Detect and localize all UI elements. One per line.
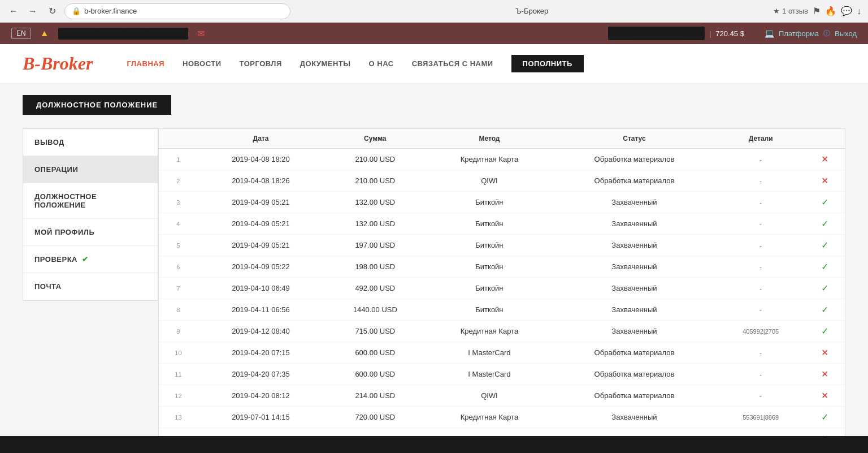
check-icon: ✓ [821,412,828,422]
row-status: Обработка материалов [552,170,716,192]
info-icon: ⓘ [823,29,830,38]
row-details: - [717,278,805,299]
row-status: Обработка материалов [552,342,716,364]
sidebar-item-operations[interactable]: ОПЕРАЦИИ [23,156,158,183]
download-icon: ↓ [857,6,861,16]
x-icon: ✕ [821,154,828,164]
col-method: Метод [426,129,552,149]
row-amount: 197.00 USD [324,235,426,256]
refresh-button[interactable]: ↻ [45,5,59,18]
sidebar-item-mail[interactable]: ПОЧТА [23,273,158,300]
row-method: Биткойн [426,278,552,299]
check-icon: ✓ [821,262,828,271]
table-row: 9 2019-04-12 08:40 715.00 USD Кредитная … [159,321,845,342]
row-status: Обработка материалов [552,364,716,385]
row-icon: ✓ [805,407,845,428]
row-details: - [717,213,805,235]
row-details: - [717,364,805,385]
x-icon: ✕ [821,391,828,400]
top-bar: EN ▲ ████████████ ✉ ████████ | 720.45 $ … [0,23,868,44]
row-amount: 210.00 USD [324,170,426,192]
row-details: - [717,235,805,256]
nav-link-about[interactable]: О НАС [369,59,394,68]
sidebar-item-position[interactable]: ДОЛЖНОСТНОЕ ПОЛОЖЕНИЕ [23,183,158,219]
logo: B-Broker [23,53,93,74]
review-text: ★ 1 отзыв [773,7,808,15]
col-date: Дата [198,129,324,149]
nav-link-contact[interactable]: СВЯЗАТЬСЯ С НАМИ [412,59,493,68]
row-status: Захваченный [552,321,716,342]
row-date: 2019-04-08 18:26 [198,170,324,192]
row-date: 2019-04-08 18:20 [198,149,324,170]
sidebar: ВЫВОД ОПЕРАЦИИ ДОЛЖНОСТНОЕ ПОЛОЖЕНИЕ МОЙ… [23,128,158,301]
chat-icon: 💬 [841,6,852,16]
platform-link[interactable]: Платформа [779,29,819,38]
lang-button[interactable]: EN [11,28,31,39]
row-amount: 492.00 USD [324,278,426,299]
row-index: 1 [159,149,198,170]
row-icon: ✕ [805,342,845,364]
check-icon: ✓ [821,197,828,207]
row-method: Кредитная Карта [426,321,552,342]
main-nav: B-Broker ГЛАВНАЯ НОВОСТИ ТОРГОВЛЯ ДОКУМЕ… [0,44,868,84]
mail-icon: ✉ [197,28,205,39]
table-row: 12 2019-04-20 08:12 214.00 USD QIWI Обра… [159,385,845,407]
row-method: Биткойн [426,213,552,235]
row-index: 9 [159,321,198,342]
row-method: Биткойн [426,256,552,278]
address-bar[interactable]: 🔒 b-broker.finance [64,3,290,19]
row-status: Обработка материалов [552,385,716,407]
row-details: - [717,342,805,364]
browser-actions: ★ 1 отзыв ⚑ 🔥 💬 ↓ [773,6,861,16]
row-date: 2019-04-12 08:40 [198,321,324,342]
table-row: 3 2019-04-09 05:21 132.00 USD Биткойн За… [159,192,845,213]
col-action [805,129,845,149]
platform-icon: 💻 [765,29,774,38]
balance-section: ████████ | 720.45 $ 💻 Платформа ⓘ Выход [608,27,857,40]
row-details: - [717,192,805,213]
logout-link[interactable]: Выход [835,29,857,38]
row-amount: 198.00 USD [324,256,426,278]
nav-link-home[interactable]: ГЛАВНАЯ [127,59,164,68]
nav-link-docs[interactable]: ДОКУМЕНТЫ [300,59,351,68]
row-details: 405992|2705 [717,321,805,342]
sidebar-item-profile[interactable]: МОЙ ПРОФИЛЬ [23,219,158,246]
back-button[interactable]: ← [7,5,20,18]
row-details: - [717,149,805,170]
table-row: 11 2019-04-20 07:35 600.00 USD I MasterC… [159,364,845,385]
row-index: 3 [159,192,198,213]
row-icon: ✓ [805,235,845,256]
lock-icon: 🔒 [72,7,81,15]
col-details: Детали [717,129,805,149]
row-icon: ✓ [805,299,845,321]
x-icon: ✕ [821,369,828,379]
check-icon: ✓ [821,240,828,250]
row-method: Биткойн [426,235,552,256]
deposit-button[interactable]: ПОПОЛНИТЬ [511,55,584,72]
sidebar-item-withdrawal[interactable]: ВЫВОД [23,129,158,156]
row-method: QIWI [426,170,552,192]
row-date: 2019-04-09 05:21 [198,235,324,256]
row-method: I MasterCard [426,342,552,364]
row-date: 2019-04-20 08:12 [198,385,324,407]
row-amount: 600.00 USD [324,364,426,385]
nav-link-trade[interactable]: ТОРГОВЛЯ [240,59,282,68]
table-row: 4 2019-04-09 05:21 132.00 USD Биткойн За… [159,213,845,235]
row-status: Обработка материалов [552,149,716,170]
row-status: Захваченный [552,256,716,278]
check-icon: ✔ [82,255,89,264]
main-layout: ВЫВОД ОПЕРАЦИИ ДОЛЖНОСТНОЕ ПОЛОЖЕНИЕ МОЙ… [23,128,845,450]
row-status: Захваченный [552,235,716,256]
row-method: Биткойн [426,299,552,321]
row-icon: ✕ [805,170,845,192]
sidebar-item-check[interactable]: ПРОВЕРКА ✔ [23,246,158,273]
forward-button[interactable]: → [26,5,40,18]
row-index: 8 [159,299,198,321]
check-icon: ✓ [821,283,828,293]
row-status: Захваченный [552,407,716,428]
row-date: 2019-04-20 07:35 [198,364,324,385]
row-icon: ✓ [805,278,845,299]
nav-link-news[interactable]: НОВОСТИ [183,59,222,68]
row-index: 11 [159,364,198,385]
banner-button[interactable]: ДОЛЖНОСТНОЕ ПОЛОЖЕНИЕ [23,95,171,115]
